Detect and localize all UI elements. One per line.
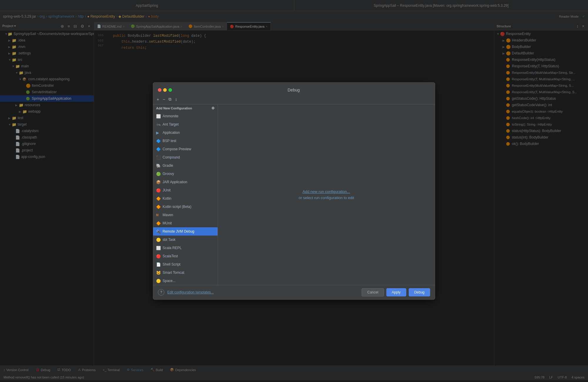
config-scalarepl[interactable]: ⬜ Scala REPL — [153, 244, 218, 252]
config-munit-label: MUnit — [163, 221, 172, 225]
config-kotlinscript[interactable]: 🔶 Kotlin script (Beta) — [153, 203, 218, 211]
config-smarttomcat[interactable]: 🐱 Smart Tomcat — [153, 268, 218, 277]
config-composepreview[interactable]: 🔷 Compose Preview — [153, 145, 218, 153]
config-application-label: Application — [163, 131, 180, 135]
add-run-config-link[interactable]: Add new run configuration... — [303, 189, 350, 194]
config-bsptest[interactable]: 🔷 BSP test — [153, 137, 218, 145]
smarttomcat-icon: 🐱 — [156, 271, 161, 275]
window-controls — [158, 88, 172, 92]
filter-icon: ⚙ — [211, 106, 215, 110]
config-space[interactable]: 🟡 Space... — [153, 277, 218, 285]
config-compound-label: Compound — [163, 155, 180, 159]
config-right-panel: Add new run configuration... or select r… — [218, 104, 435, 285]
maximize-dot[interactable] — [168, 88, 172, 92]
config-list-header: Add New Configuration ⚙ — [153, 104, 218, 112]
config-anttarget[interactable]: 🐜 Ant Target — [153, 120, 218, 129]
modal-overlay: Debug + − ⧉ ↕ Add New Configuration ⚙ ⬜ … — [0, 0, 588, 382]
add-new-config-label: Add New Configuration — [156, 106, 192, 110]
modal-title: Debug — [288, 88, 300, 92]
compound-icon: ⬛ — [156, 155, 161, 160]
config-junit-label: JUnit — [163, 188, 171, 192]
config-remotejvmdebug-label: Remote JVM Debug — [163, 229, 194, 233]
remove-config-btn[interactable]: − — [161, 96, 166, 102]
debug-modal: Debug + − ⧉ ↕ Add New Configuration ⚙ ⬜ … — [153, 82, 435, 300]
sbt-icon: 🟡 — [156, 238, 161, 242]
application-icon: ▶ — [156, 131, 161, 135]
config-scalarepl-label: Scala REPL — [163, 246, 182, 250]
munit-icon: 🔶 — [156, 221, 161, 226]
config-gradle-label: Gradle — [163, 164, 173, 168]
config-application[interactable]: ▶ Application — [153, 129, 218, 137]
compose-icon: 🔷 — [156, 147, 161, 151]
gradle-icon: 🐘 — [156, 164, 161, 168]
modal-footer-buttons: Cancel Apply Debug — [362, 288, 430, 296]
remotejvm-icon: 🔌 — [156, 229, 161, 234]
modal-footer: ? Edit configuration templates... Cancel… — [153, 285, 435, 299]
config-jarapplication[interactable]: 📦 JAR Application — [153, 178, 218, 186]
config-gradle[interactable]: 🐘 Gradle — [153, 161, 218, 170]
modal-toolbar: + − ⧉ ↕ — [153, 94, 435, 104]
groovy-icon: 🟢 — [156, 172, 161, 176]
config-remotejvmdebug[interactable]: 🔌 Remote JVM Debug — [153, 227, 218, 236]
kotlin-icon: 🔶 — [156, 196, 161, 201]
copy-config-btn[interactable]: ⧉ — [167, 96, 173, 102]
modal-title-bar: Debug — [153, 83, 435, 94]
modal-footer-left: ? Edit configuration templates... — [158, 289, 214, 296]
scalarepl-icon: ⬜ — [156, 246, 161, 250]
close-dot[interactable] — [158, 88, 161, 92]
space-icon: 🟡 — [156, 279, 161, 283]
scalatest-icon: 🔴 — [156, 254, 161, 258]
config-munit[interactable]: 🔶 MUnit — [153, 219, 218, 227]
config-shellscript[interactable]: 📄 Shell Script — [153, 260, 218, 268]
config-ammonite[interactable]: ⬜ Ammonite — [153, 112, 218, 120]
add-config-btn[interactable]: + — [156, 96, 160, 102]
maven-icon: M — [156, 213, 161, 217]
config-scalatest[interactable]: 🔴 ScalaTest — [153, 252, 218, 260]
config-maven-label: Maven — [163, 213, 173, 217]
config-jarapplication-label: JAR Application — [163, 180, 187, 184]
config-sbttask-label: sbt Task — [163, 238, 176, 242]
ammonite-icon: ⬜ — [156, 114, 161, 119]
config-space-label: Space... — [163, 279, 176, 283]
config-smarttomcat-label: Smart Tomcat — [163, 271, 184, 275]
debug-button[interactable]: Debug — [409, 288, 430, 296]
config-groovy[interactable]: 🟢 Groovy — [153, 170, 218, 178]
config-bsptest-label: BSP test — [163, 139, 176, 143]
config-junit[interactable]: 🔴 JUnit — [153, 186, 218, 194]
config-shellscript-label: Shell Script — [163, 262, 181, 266]
config-composepreview-label: Compose Preview — [163, 147, 191, 151]
ant-icon: 🐜 — [156, 122, 161, 127]
help-button[interactable]: ? — [158, 289, 164, 296]
config-compound[interactable]: ⬛ Compound — [153, 153, 218, 161]
config-ammonite-label: Ammonite — [163, 114, 178, 118]
config-sbttask[interactable]: 🟡 sbt Task — [153, 236, 218, 244]
cancel-button[interactable]: Cancel — [362, 288, 384, 296]
config-kotlinscript-label: Kotlin script (Beta) — [163, 205, 191, 209]
config-anttarget-label: Ant Target — [163, 122, 178, 126]
sort-config-btn[interactable]: ↕ — [174, 96, 178, 102]
config-kotlin[interactable]: 🔶 Kotlin — [153, 194, 218, 203]
config-list: Add New Configuration ⚙ ⬜ Ammonite 🐜 Ant… — [153, 104, 218, 285]
apply-button[interactable]: Apply — [386, 288, 406, 296]
config-groovy-label: Groovy — [163, 172, 174, 176]
bsptest-icon: 🔷 — [156, 139, 161, 143]
kotlinscript-icon: 🔶 — [156, 205, 161, 209]
or-select-text: or select run configuration to edit — [299, 196, 354, 200]
config-scalatest-label: ScalaTest — [163, 254, 178, 258]
jar-icon: 📦 — [156, 180, 161, 184]
minimize-dot[interactable] — [163, 88, 167, 92]
shellscript-icon: 📄 — [156, 262, 161, 267]
config-maven[interactable]: M Maven — [153, 211, 218, 219]
junit-icon: 🔴 — [156, 188, 161, 193]
config-kotlin-label: Kotlin — [163, 196, 171, 201]
modal-body: Add New Configuration ⚙ ⬜ Ammonite 🐜 Ant… — [153, 104, 435, 285]
edit-templates-link[interactable]: Edit configuration templates... — [167, 290, 214, 294]
